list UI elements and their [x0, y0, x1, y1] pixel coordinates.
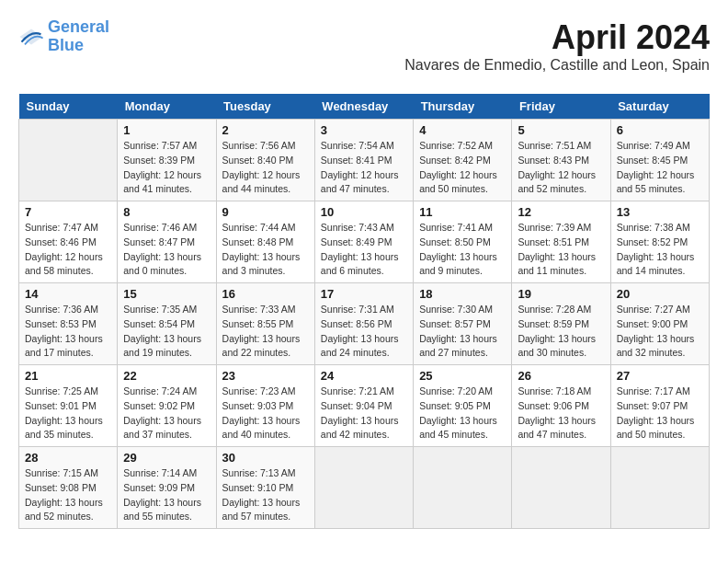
day-number: 13	[617, 205, 703, 219]
calendar-cell: 25Sunrise: 7:20 AMSunset: 9:05 PMDayligh…	[414, 365, 512, 447]
calendar-cell: 6Sunrise: 7:49 AMSunset: 8:45 PMDaylight…	[610, 120, 709, 201]
day-number: 25	[419, 369, 506, 383]
calendar-cell	[414, 447, 512, 529]
calendar-cell: 11Sunrise: 7:41 AMSunset: 8:50 PMDayligh…	[414, 201, 512, 283]
calendar-cell: 13Sunrise: 7:38 AMSunset: 8:52 PMDayligh…	[610, 201, 709, 283]
header-monday: Monday	[118, 94, 216, 120]
header-tuesday: Tuesday	[216, 94, 314, 120]
calendar-cell: 5Sunrise: 7:51 AMSunset: 8:43 PMDaylight…	[512, 120, 610, 201]
day-info: Sunrise: 7:17 AMSunset: 9:07 PMDaylight:…	[617, 385, 703, 442]
day-info: Sunrise: 7:18 AMSunset: 9:06 PMDaylight:…	[518, 385, 604, 442]
calendar-cell	[512, 447, 610, 529]
calendar-cell: 23Sunrise: 7:23 AMSunset: 9:03 PMDayligh…	[216, 365, 314, 447]
calendar-week-row: 1Sunrise: 7:57 AMSunset: 8:39 PMDaylight…	[19, 120, 710, 201]
day-number: 22	[123, 369, 210, 383]
day-info: Sunrise: 7:52 AMSunset: 8:42 PMDaylight:…	[419, 139, 506, 197]
logo-text: General Blue	[48, 18, 109, 55]
day-number: 29	[123, 451, 210, 465]
day-info: Sunrise: 7:49 AMSunset: 8:45 PMDaylight:…	[617, 139, 703, 197]
calendar-cell: 27Sunrise: 7:17 AMSunset: 9:07 PMDayligh…	[610, 365, 709, 447]
calendar-cell: 17Sunrise: 7:31 AMSunset: 8:56 PMDayligh…	[314, 283, 413, 365]
main-title: April 2024	[404, 18, 710, 57]
calendar-cell: 24Sunrise: 7:21 AMSunset: 9:04 PMDayligh…	[314, 365, 413, 447]
calendar-cell: 16Sunrise: 7:33 AMSunset: 8:55 PMDayligh…	[216, 283, 314, 365]
day-info: Sunrise: 7:23 AMSunset: 9:03 PMDaylight:…	[222, 385, 309, 442]
calendar-cell: 26Sunrise: 7:18 AMSunset: 9:06 PMDayligh…	[512, 365, 610, 447]
day-info: Sunrise: 7:33 AMSunset: 8:55 PMDaylight:…	[222, 303, 309, 361]
calendar-cell: 21Sunrise: 7:25 AMSunset: 9:01 PMDayligh…	[19, 365, 118, 447]
header-sunday: Sunday	[19, 94, 118, 120]
day-number: 27	[617, 369, 703, 383]
day-info: Sunrise: 7:14 AMSunset: 9:09 PMDaylight:…	[123, 466, 210, 524]
logo-icon	[18, 28, 44, 46]
day-number: 8	[123, 205, 210, 219]
calendar-cell: 12Sunrise: 7:39 AMSunset: 8:51 PMDayligh…	[512, 201, 610, 283]
day-number: 14	[25, 287, 111, 301]
day-number: 7	[25, 205, 111, 219]
calendar-week-row: 7Sunrise: 7:47 AMSunset: 8:46 PMDaylight…	[19, 201, 710, 283]
day-number: 23	[222, 369, 309, 383]
header-friday: Friday	[512, 94, 610, 120]
calendar-cell: 1Sunrise: 7:57 AMSunset: 8:39 PMDaylight…	[118, 120, 216, 201]
day-info: Sunrise: 7:38 AMSunset: 8:52 PMDaylight:…	[617, 221, 703, 279]
calendar-cell: 10Sunrise: 7:43 AMSunset: 8:49 PMDayligh…	[314, 201, 413, 283]
day-number: 20	[617, 287, 703, 301]
day-number: 19	[518, 287, 604, 301]
calendar-cell: 4Sunrise: 7:52 AMSunset: 8:42 PMDaylight…	[414, 120, 512, 201]
calendar-cell: 3Sunrise: 7:54 AMSunset: 8:41 PMDaylight…	[314, 120, 413, 201]
day-info: Sunrise: 7:57 AMSunset: 8:39 PMDaylight:…	[123, 139, 210, 197]
day-info: Sunrise: 7:36 AMSunset: 8:53 PMDaylight:…	[25, 303, 111, 361]
day-number: 11	[419, 205, 506, 219]
calendar-cell	[610, 447, 709, 529]
calendar-cell	[19, 120, 118, 201]
header-saturday: Saturday	[610, 94, 709, 120]
calendar-cell	[314, 447, 413, 529]
day-number: 15	[123, 287, 210, 301]
day-info: Sunrise: 7:30 AMSunset: 8:57 PMDaylight:…	[419, 303, 506, 361]
day-number: 18	[419, 287, 506, 301]
calendar-cell: 20Sunrise: 7:27 AMSunset: 9:00 PMDayligh…	[610, 283, 709, 365]
day-number: 6	[617, 123, 703, 137]
day-info: Sunrise: 7:44 AMSunset: 8:48 PMDaylight:…	[222, 221, 309, 279]
day-number: 26	[518, 369, 604, 383]
calendar-cell: 7Sunrise: 7:47 AMSunset: 8:46 PMDaylight…	[19, 201, 118, 283]
day-info: Sunrise: 7:46 AMSunset: 8:47 PMDaylight:…	[123, 221, 210, 279]
calendar-cell: 18Sunrise: 7:30 AMSunset: 8:57 PMDayligh…	[414, 283, 512, 365]
day-number: 10	[321, 205, 407, 219]
day-number: 5	[518, 123, 604, 137]
header-wednesday: Wednesday	[314, 94, 413, 120]
calendar-cell: 22Sunrise: 7:24 AMSunset: 9:02 PMDayligh…	[118, 365, 216, 447]
day-info: Sunrise: 7:43 AMSunset: 8:49 PMDaylight:…	[321, 221, 407, 279]
day-info: Sunrise: 7:39 AMSunset: 8:51 PMDaylight:…	[518, 221, 604, 279]
calendar-cell: 15Sunrise: 7:35 AMSunset: 8:54 PMDayligh…	[118, 283, 216, 365]
calendar-cell: 8Sunrise: 7:46 AMSunset: 8:47 PMDaylight…	[118, 201, 216, 283]
calendar-cell: 2Sunrise: 7:56 AMSunset: 8:40 PMDaylight…	[216, 120, 314, 201]
day-info: Sunrise: 7:24 AMSunset: 9:02 PMDaylight:…	[123, 385, 210, 442]
day-number: 9	[222, 205, 309, 219]
day-number: 17	[321, 287, 407, 301]
day-number: 12	[518, 205, 604, 219]
day-info: Sunrise: 7:27 AMSunset: 9:00 PMDaylight:…	[617, 303, 703, 361]
day-number: 21	[25, 369, 111, 383]
day-info: Sunrise: 7:47 AMSunset: 8:46 PMDaylight:…	[25, 221, 111, 279]
day-info: Sunrise: 7:54 AMSunset: 8:41 PMDaylight:…	[321, 139, 407, 197]
calendar-cell: 9Sunrise: 7:44 AMSunset: 8:48 PMDaylight…	[216, 201, 314, 283]
day-info: Sunrise: 7:25 AMSunset: 9:01 PMDaylight:…	[25, 385, 111, 442]
calendar-cell: 29Sunrise: 7:14 AMSunset: 9:09 PMDayligh…	[118, 447, 216, 529]
subtitle: Navares de Enmedio, Castille and Leon, S…	[404, 57, 710, 74]
day-number: 3	[321, 123, 407, 137]
day-info: Sunrise: 7:31 AMSunset: 8:56 PMDaylight:…	[321, 303, 407, 361]
calendar-table: SundayMondayTuesdayWednesdayThursdayFrid…	[18, 94, 710, 529]
day-number: 24	[321, 369, 407, 383]
day-number: 30	[222, 451, 309, 465]
day-info: Sunrise: 7:56 AMSunset: 8:40 PMDaylight:…	[222, 139, 309, 197]
day-info: Sunrise: 7:15 AMSunset: 9:08 PMDaylight:…	[25, 466, 111, 524]
calendar-header-row: SundayMondayTuesdayWednesdayThursdayFrid…	[19, 94, 710, 120]
day-number: 1	[123, 123, 210, 137]
day-info: Sunrise: 7:21 AMSunset: 9:04 PMDaylight:…	[321, 385, 407, 442]
calendar-week-row: 14Sunrise: 7:36 AMSunset: 8:53 PMDayligh…	[19, 283, 710, 365]
day-number: 28	[25, 451, 111, 465]
day-number: 2	[222, 123, 309, 137]
calendar-week-row: 28Sunrise: 7:15 AMSunset: 9:08 PMDayligh…	[19, 447, 710, 529]
day-info: Sunrise: 7:41 AMSunset: 8:50 PMDaylight:…	[419, 221, 506, 279]
